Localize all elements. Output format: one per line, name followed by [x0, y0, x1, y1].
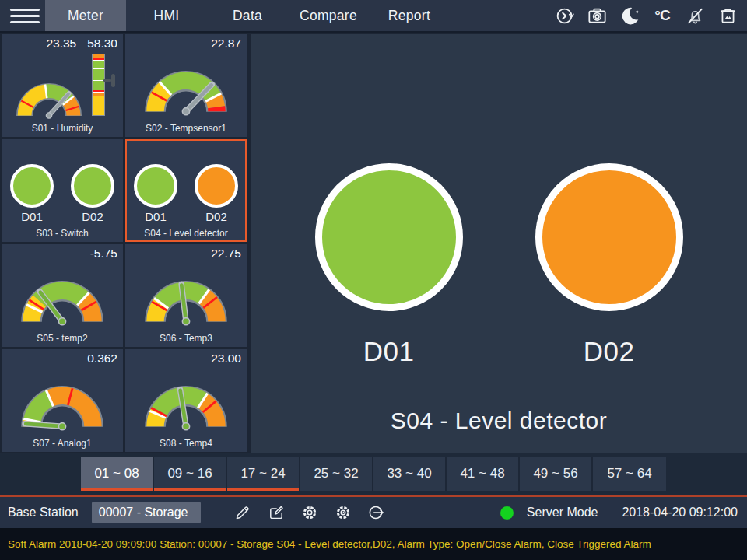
sensor-label: S06 - Temp3 — [125, 333, 247, 347]
sensor-tile-s02[interactable]: 22.87S02 - Tempsensor1 — [125, 34, 247, 137]
sensor-label: S03 - Switch — [2, 228, 123, 242]
detail-title: S04 - Level detector — [251, 408, 747, 434]
alarm-text: Soft Alarm 2018-04-20 09:09:00 Station: … — [8, 538, 651, 550]
digital-point: D01 — [134, 164, 177, 223]
night-mode-icon[interactable] — [619, 5, 640, 26]
header-icons: °C — [553, 0, 747, 31]
exit-icon[interactable] — [367, 503, 386, 522]
settings-icon[interactable] — [300, 503, 319, 522]
sensor-values: 23.3558.30 — [2, 34, 123, 53]
tab-compare[interactable]: Compare — [288, 0, 369, 31]
page-button-2[interactable]: 09 ~ 16 — [154, 457, 227, 491]
page-button-1[interactable]: 01 ~ 08 — [81, 457, 154, 491]
edit-form-icon[interactable] — [267, 503, 286, 522]
sensor-widget — [125, 368, 247, 438]
detail-panel: D01D02 S04 - Level detector — [251, 34, 747, 453]
sensor-value: -5.75 — [90, 247, 117, 263]
sensor-label: S08 - Temp4 — [125, 438, 247, 452]
status-bar: Base Station 00007 - Storage Server Mode… — [0, 497, 747, 528]
status-icons — [233, 503, 386, 522]
sensor-values: 22.87 — [125, 34, 247, 53]
page-tabs: 01 ~ 0809 ~ 1617 ~ 2425 ~ 3233 ~ 4041 ~ … — [81, 457, 666, 491]
alarm-ticker: Soft Alarm 2018-04-20 09:09:00 Station: … — [0, 528, 747, 560]
sensor-tile-s05[interactable]: -5.75S05 - temp2 — [2, 244, 123, 347]
detail-point-dot — [535, 163, 683, 311]
sensor-values — [2, 139, 123, 158]
digital-point-label: D01 — [145, 210, 167, 223]
level-bar-handle[interactable] — [103, 74, 115, 87]
digital-point-label: D01 — [21, 210, 43, 223]
sensor-value: 58.30 — [87, 37, 117, 53]
station-select[interactable]: 00007 - Storage — [92, 502, 201, 523]
gauge-chart — [136, 374, 236, 432]
sensor-widget: D01D02 — [2, 158, 123, 228]
tab-report[interactable]: Report — [369, 0, 450, 31]
digital-point-label: D02 — [82, 210, 103, 223]
sensor-tile-s06[interactable]: 22.75S06 - Temp3 — [125, 244, 247, 347]
page-button-4[interactable]: 25 ~ 32 — [300, 457, 374, 491]
digital-point: D02 — [71, 164, 114, 223]
sensor-widget — [125, 53, 247, 123]
gauge-chart — [12, 374, 112, 432]
detail-point-label: D02 — [584, 336, 635, 367]
digital-point-dot — [71, 164, 114, 208]
sensor-tile-s03[interactable]: D01D02S03 - Switch — [2, 139, 123, 242]
sensor-values: 22.75 — [125, 244, 247, 263]
page-button-3[interactable]: 17 ~ 24 — [227, 457, 300, 491]
replay-icon[interactable] — [553, 5, 575, 26]
digital-point-dot — [10, 164, 54, 208]
page-button-7[interactable]: 49 ~ 56 — [520, 457, 593, 491]
page-bar: 01 ~ 0809 ~ 1617 ~ 2425 ~ 3233 ~ 4041 ~ … — [0, 453, 747, 495]
tab-meter[interactable]: Meter — [45, 0, 126, 31]
sensor-tile-s01[interactable]: 23.3558.30S01 - Humidity — [2, 34, 123, 137]
sensor-values — [125, 139, 247, 158]
page-button-5[interactable]: 33 ~ 40 — [374, 457, 447, 491]
celsius-icon[interactable]: °C — [651, 5, 673, 26]
alarm-mute-icon[interactable] — [684, 5, 706, 26]
nav-tabs: MeterHMIDataCompareReport — [45, 0, 450, 31]
detail-point: D02 — [535, 163, 683, 367]
detail-points: D01D02 — [251, 163, 747, 367]
system-settings-icon[interactable] — [334, 503, 352, 522]
detail-point-label: D01 — [363, 336, 415, 367]
pencil-icon[interactable] — [233, 503, 252, 522]
sensor-value: 22.87 — [211, 37, 241, 53]
sensor-value: 22.75 — [211, 247, 241, 263]
sensor-widget — [2, 53, 123, 123]
gauge-chart — [136, 269, 236, 327]
switch-points: D01D02 — [134, 164, 238, 223]
server-mode-label: Server Mode — [527, 506, 598, 520]
sensor-value: 23.00 — [211, 352, 241, 368]
top-nav: MeterHMIDataCompareReport °C — [0, 0, 747, 33]
digital-point-label: D02 — [205, 210, 227, 223]
digital-point: D02 — [195, 164, 238, 223]
sensor-value: 23.35 — [46, 37, 76, 53]
digital-point: D01 — [10, 164, 54, 223]
sensor-widget — [2, 263, 123, 333]
sensor-tile-s08[interactable]: 23.00S08 - Temp4 — [125, 349, 247, 452]
sensor-value: 0.362 — [87, 352, 117, 368]
digital-point-dot — [195, 164, 238, 208]
sensor-values: 0.362 — [2, 349, 123, 368]
sensor-tile-s04[interactable]: D01D02S04 - Level detector — [125, 139, 247, 242]
sensor-grid: 23.3558.30S01 - Humidity22.87S02 - Temps… — [2, 34, 248, 453]
tab-hmi[interactable]: HMI — [126, 0, 207, 31]
snapshot-bin-icon[interactable] — [717, 5, 738, 26]
sensor-widget — [125, 263, 247, 333]
sensor-values: -5.75 — [2, 244, 123, 263]
content-area: 23.3558.30S01 - Humidity22.87S02 - Temps… — [0, 33, 747, 453]
sensor-values: 23.00 — [125, 349, 247, 368]
clock-text: 2018-04-20 09:12:00 — [622, 506, 738, 520]
sensor-label: S07 - Analog1 — [2, 438, 123, 452]
sensor-widget: D01D02 — [125, 158, 247, 228]
page-button-6[interactable]: 41 ~ 48 — [447, 457, 520, 491]
menu-icon[interactable] — [10, 0, 40, 31]
sensor-widget — [2, 368, 123, 438]
switch-points: D01D02 — [10, 164, 114, 223]
sensor-tile-s07[interactable]: 0.362S07 - Analog1 — [2, 349, 123, 452]
tab-data[interactable]: Data — [207, 0, 288, 31]
station-label: Base Station — [8, 506, 79, 520]
camera-icon[interactable] — [586, 5, 608, 26]
sensor-label: S01 - Humidity — [2, 123, 123, 137]
page-button-8[interactable]: 57 ~ 64 — [593, 457, 666, 491]
